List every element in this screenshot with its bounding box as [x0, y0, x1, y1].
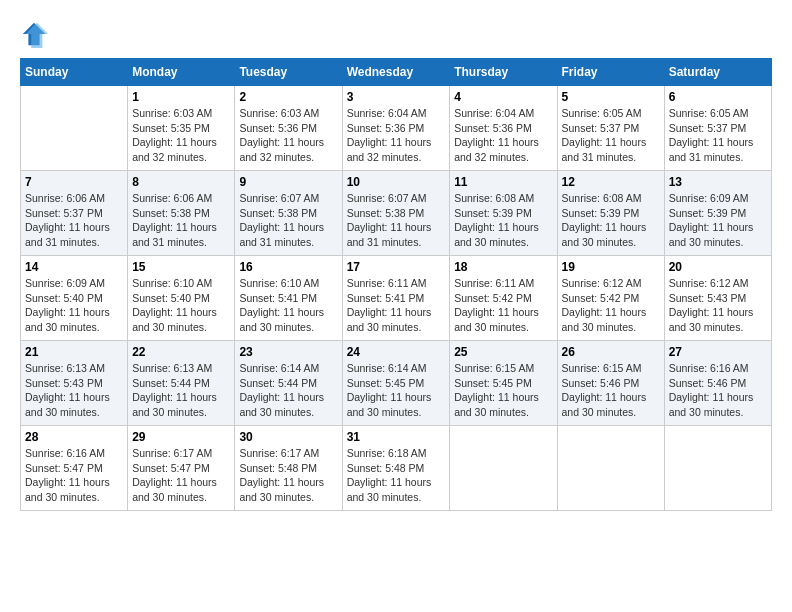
day-info: Sunrise: 6:11 AMSunset: 5:42 PMDaylight:…: [454, 276, 552, 335]
calendar-cell: 7Sunrise: 6:06 AMSunset: 5:37 PMDaylight…: [21, 171, 128, 256]
calendar-week-row: 21Sunrise: 6:13 AMSunset: 5:43 PMDayligh…: [21, 341, 772, 426]
day-info: Sunrise: 6:17 AMSunset: 5:47 PMDaylight:…: [132, 446, 230, 505]
calendar-cell: 19Sunrise: 6:12 AMSunset: 5:42 PMDayligh…: [557, 256, 664, 341]
day-number: 19: [562, 260, 660, 274]
weekday-header: Sunday: [21, 59, 128, 86]
calendar-cell: 25Sunrise: 6:15 AMSunset: 5:45 PMDayligh…: [450, 341, 557, 426]
day-info: Sunrise: 6:15 AMSunset: 5:46 PMDaylight:…: [562, 361, 660, 420]
calendar-cell: 6Sunrise: 6:05 AMSunset: 5:37 PMDaylight…: [664, 86, 771, 171]
day-info: Sunrise: 6:05 AMSunset: 5:37 PMDaylight:…: [562, 106, 660, 165]
day-number: 14: [25, 260, 123, 274]
day-number: 22: [132, 345, 230, 359]
day-number: 25: [454, 345, 552, 359]
day-info: Sunrise: 6:06 AMSunset: 5:38 PMDaylight:…: [132, 191, 230, 250]
calendar-cell: 31Sunrise: 6:18 AMSunset: 5:48 PMDayligh…: [342, 426, 450, 511]
calendar-cell: 14Sunrise: 6:09 AMSunset: 5:40 PMDayligh…: [21, 256, 128, 341]
day-number: 3: [347, 90, 446, 104]
day-info: Sunrise: 6:11 AMSunset: 5:41 PMDaylight:…: [347, 276, 446, 335]
day-number: 28: [25, 430, 123, 444]
weekday-header: Saturday: [664, 59, 771, 86]
day-number: 21: [25, 345, 123, 359]
day-number: 6: [669, 90, 767, 104]
calendar-cell: 12Sunrise: 6:08 AMSunset: 5:39 PMDayligh…: [557, 171, 664, 256]
calendar-cell: 21Sunrise: 6:13 AMSunset: 5:43 PMDayligh…: [21, 341, 128, 426]
day-info: Sunrise: 6:04 AMSunset: 5:36 PMDaylight:…: [347, 106, 446, 165]
calendar-cell: 9Sunrise: 6:07 AMSunset: 5:38 PMDaylight…: [235, 171, 342, 256]
day-number: 1: [132, 90, 230, 104]
day-number: 5: [562, 90, 660, 104]
day-info: Sunrise: 6:16 AMSunset: 5:46 PMDaylight:…: [669, 361, 767, 420]
calendar-cell: 5Sunrise: 6:05 AMSunset: 5:37 PMDaylight…: [557, 86, 664, 171]
calendar-cell: 16Sunrise: 6:10 AMSunset: 5:41 PMDayligh…: [235, 256, 342, 341]
logo: [20, 20, 52, 48]
weekday-header: Friday: [557, 59, 664, 86]
calendar-cell: 28Sunrise: 6:16 AMSunset: 5:47 PMDayligh…: [21, 426, 128, 511]
day-number: 9: [239, 175, 337, 189]
calendar-cell: 8Sunrise: 6:06 AMSunset: 5:38 PMDaylight…: [128, 171, 235, 256]
day-info: Sunrise: 6:16 AMSunset: 5:47 PMDaylight:…: [25, 446, 123, 505]
day-info: Sunrise: 6:15 AMSunset: 5:45 PMDaylight:…: [454, 361, 552, 420]
day-number: 27: [669, 345, 767, 359]
calendar-cell: 2Sunrise: 6:03 AMSunset: 5:36 PMDaylight…: [235, 86, 342, 171]
day-number: 11: [454, 175, 552, 189]
calendar-week-row: 1Sunrise: 6:03 AMSunset: 5:35 PMDaylight…: [21, 86, 772, 171]
calendar-week-row: 14Sunrise: 6:09 AMSunset: 5:40 PMDayligh…: [21, 256, 772, 341]
calendar-cell: [557, 426, 664, 511]
weekday-header: Thursday: [450, 59, 557, 86]
calendar-table: SundayMondayTuesdayWednesdayThursdayFrid…: [20, 58, 772, 511]
calendar-cell: 26Sunrise: 6:15 AMSunset: 5:46 PMDayligh…: [557, 341, 664, 426]
day-info: Sunrise: 6:07 AMSunset: 5:38 PMDaylight:…: [239, 191, 337, 250]
calendar-week-row: 28Sunrise: 6:16 AMSunset: 5:47 PMDayligh…: [21, 426, 772, 511]
calendar-cell: 23Sunrise: 6:14 AMSunset: 5:44 PMDayligh…: [235, 341, 342, 426]
calendar-cell: 11Sunrise: 6:08 AMSunset: 5:39 PMDayligh…: [450, 171, 557, 256]
day-info: Sunrise: 6:08 AMSunset: 5:39 PMDaylight:…: [562, 191, 660, 250]
day-info: Sunrise: 6:14 AMSunset: 5:44 PMDaylight:…: [239, 361, 337, 420]
calendar-cell: 29Sunrise: 6:17 AMSunset: 5:47 PMDayligh…: [128, 426, 235, 511]
day-info: Sunrise: 6:12 AMSunset: 5:43 PMDaylight:…: [669, 276, 767, 335]
calendar-cell: [450, 426, 557, 511]
calendar-cell: 3Sunrise: 6:04 AMSunset: 5:36 PMDaylight…: [342, 86, 450, 171]
calendar-cell: 10Sunrise: 6:07 AMSunset: 5:38 PMDayligh…: [342, 171, 450, 256]
day-number: 31: [347, 430, 446, 444]
calendar-cell: [21, 86, 128, 171]
day-info: Sunrise: 6:07 AMSunset: 5:38 PMDaylight:…: [347, 191, 446, 250]
day-info: Sunrise: 6:17 AMSunset: 5:48 PMDaylight:…: [239, 446, 337, 505]
calendar-cell: 24Sunrise: 6:14 AMSunset: 5:45 PMDayligh…: [342, 341, 450, 426]
day-info: Sunrise: 6:03 AMSunset: 5:36 PMDaylight:…: [239, 106, 337, 165]
page-header: [20, 20, 772, 48]
day-number: 24: [347, 345, 446, 359]
day-number: 12: [562, 175, 660, 189]
day-number: 15: [132, 260, 230, 274]
calendar-cell: 13Sunrise: 6:09 AMSunset: 5:39 PMDayligh…: [664, 171, 771, 256]
day-number: 23: [239, 345, 337, 359]
day-number: 4: [454, 90, 552, 104]
day-info: Sunrise: 6:09 AMSunset: 5:39 PMDaylight:…: [669, 191, 767, 250]
day-info: Sunrise: 6:13 AMSunset: 5:44 PMDaylight:…: [132, 361, 230, 420]
day-number: 16: [239, 260, 337, 274]
calendar-cell: 17Sunrise: 6:11 AMSunset: 5:41 PMDayligh…: [342, 256, 450, 341]
day-info: Sunrise: 6:10 AMSunset: 5:41 PMDaylight:…: [239, 276, 337, 335]
calendar-week-row: 7Sunrise: 6:06 AMSunset: 5:37 PMDaylight…: [21, 171, 772, 256]
day-info: Sunrise: 6:10 AMSunset: 5:40 PMDaylight:…: [132, 276, 230, 335]
calendar-cell: 22Sunrise: 6:13 AMSunset: 5:44 PMDayligh…: [128, 341, 235, 426]
day-info: Sunrise: 6:12 AMSunset: 5:42 PMDaylight:…: [562, 276, 660, 335]
day-number: 18: [454, 260, 552, 274]
day-number: 2: [239, 90, 337, 104]
day-info: Sunrise: 6:04 AMSunset: 5:36 PMDaylight:…: [454, 106, 552, 165]
day-number: 26: [562, 345, 660, 359]
day-number: 10: [347, 175, 446, 189]
day-number: 8: [132, 175, 230, 189]
day-info: Sunrise: 6:09 AMSunset: 5:40 PMDaylight:…: [25, 276, 123, 335]
day-info: Sunrise: 6:08 AMSunset: 5:39 PMDaylight:…: [454, 191, 552, 250]
calendar-cell: [664, 426, 771, 511]
day-info: Sunrise: 6:13 AMSunset: 5:43 PMDaylight:…: [25, 361, 123, 420]
day-info: Sunrise: 6:18 AMSunset: 5:48 PMDaylight:…: [347, 446, 446, 505]
day-number: 20: [669, 260, 767, 274]
day-info: Sunrise: 6:14 AMSunset: 5:45 PMDaylight:…: [347, 361, 446, 420]
calendar-cell: 18Sunrise: 6:11 AMSunset: 5:42 PMDayligh…: [450, 256, 557, 341]
weekday-header: Tuesday: [235, 59, 342, 86]
day-number: 13: [669, 175, 767, 189]
day-number: 17: [347, 260, 446, 274]
calendar-cell: 1Sunrise: 6:03 AMSunset: 5:35 PMDaylight…: [128, 86, 235, 171]
weekday-header-row: SundayMondayTuesdayWednesdayThursdayFrid…: [21, 59, 772, 86]
